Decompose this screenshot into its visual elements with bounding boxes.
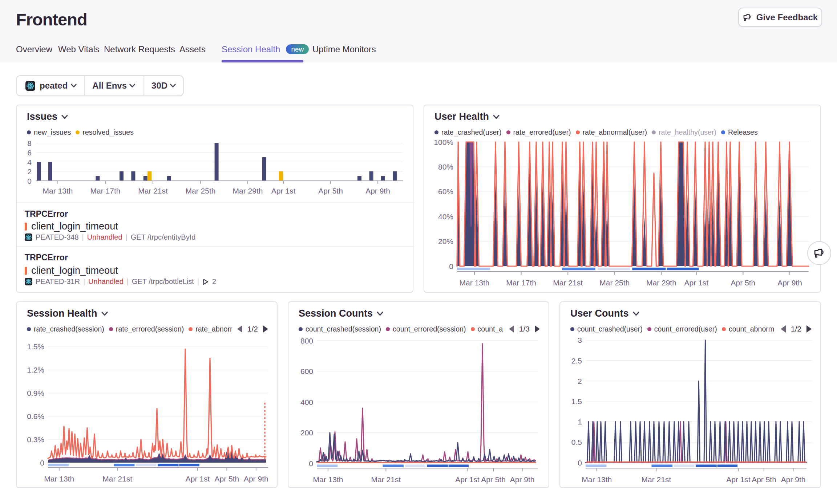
svg-text:Mar 21st: Mar 21st <box>102 475 132 483</box>
svg-text:2: 2 <box>578 377 582 385</box>
svg-text:0: 0 <box>27 177 32 185</box>
svg-text:20%: 20% <box>438 237 453 245</box>
svg-text:Mar 29th: Mar 29th <box>646 279 676 287</box>
svg-text:Apr 9th: Apr 9th <box>510 475 535 484</box>
svg-text:Apr 1st: Apr 1st <box>186 475 210 483</box>
svg-text:0: 0 <box>40 459 44 467</box>
svg-text:0: 0 <box>449 262 453 271</box>
svg-text:Apr 9th: Apr 9th <box>365 187 390 195</box>
svg-text:Apr 5th: Apr 5th <box>731 279 756 287</box>
svg-text:100%: 100% <box>434 138 453 146</box>
svg-text:Mar 13th: Mar 13th <box>44 475 74 483</box>
svg-text:60%: 60% <box>438 187 453 196</box>
svg-text:Apr 1st: Apr 1st <box>726 475 751 484</box>
svg-text:0.5: 0.5 <box>571 438 582 446</box>
svg-text:800: 800 <box>300 337 313 345</box>
svg-text:Mar 13th: Mar 13th <box>460 279 490 287</box>
svg-text:1.2%: 1.2% <box>27 366 44 374</box>
svg-text:200: 200 <box>300 428 313 437</box>
svg-text:1.5%: 1.5% <box>27 342 44 351</box>
svg-text:0.3%: 0.3% <box>27 435 44 444</box>
svg-text:Apr 9th: Apr 9th <box>244 475 268 483</box>
svg-text:Apr 1st: Apr 1st <box>684 279 709 287</box>
svg-text:Mar 21st: Mar 21st <box>371 475 401 484</box>
svg-text:Apr 9th: Apr 9th <box>781 475 806 484</box>
svg-text:Apr 1st: Apr 1st <box>271 187 296 195</box>
svg-text:Mar 21st: Mar 21st <box>642 475 671 484</box>
svg-text:400: 400 <box>300 398 313 406</box>
svg-text:80%: 80% <box>438 163 453 171</box>
svg-text:0: 0 <box>578 459 582 467</box>
svg-text:Mar 13th: Mar 13th <box>313 475 343 484</box>
svg-text:Mar 17th: Mar 17th <box>506 279 536 287</box>
svg-text:40%: 40% <box>438 212 453 221</box>
svg-text:0.9%: 0.9% <box>27 389 44 397</box>
svg-text:Apr 5th: Apr 5th <box>215 475 239 483</box>
svg-text:0.6%: 0.6% <box>27 412 44 420</box>
svg-text:Apr 5th: Apr 5th <box>318 187 343 195</box>
svg-text:3: 3 <box>578 336 582 344</box>
svg-text:Mar 17th: Mar 17th <box>90 187 121 195</box>
svg-text:Mar 21st: Mar 21st <box>553 279 583 287</box>
svg-text:Mar 13th: Mar 13th <box>582 475 612 484</box>
svg-text:8: 8 <box>27 139 32 147</box>
svg-text:Mar 25th: Mar 25th <box>186 187 216 195</box>
svg-text:Mar 13th: Mar 13th <box>43 187 73 195</box>
svg-text:Apr 5th: Apr 5th <box>481 475 506 484</box>
svg-text:Apr 9th: Apr 9th <box>777 279 802 287</box>
svg-text:6: 6 <box>27 149 32 157</box>
svg-text:Apr 1st: Apr 1st <box>455 475 480 484</box>
svg-text:2: 2 <box>27 167 32 176</box>
svg-text:0: 0 <box>309 459 313 468</box>
svg-text:1.5: 1.5 <box>571 397 582 406</box>
svg-text:Apr 5th: Apr 5th <box>752 475 776 484</box>
svg-text:2.5: 2.5 <box>571 357 582 365</box>
svg-text:1: 1 <box>578 418 582 426</box>
svg-text:Mar 25th: Mar 25th <box>599 279 630 287</box>
svg-text:Mar 21st: Mar 21st <box>138 187 168 195</box>
svg-text:600: 600 <box>300 367 313 375</box>
svg-text:Mar 29th: Mar 29th <box>233 187 263 195</box>
svg-text:4: 4 <box>27 158 32 166</box>
